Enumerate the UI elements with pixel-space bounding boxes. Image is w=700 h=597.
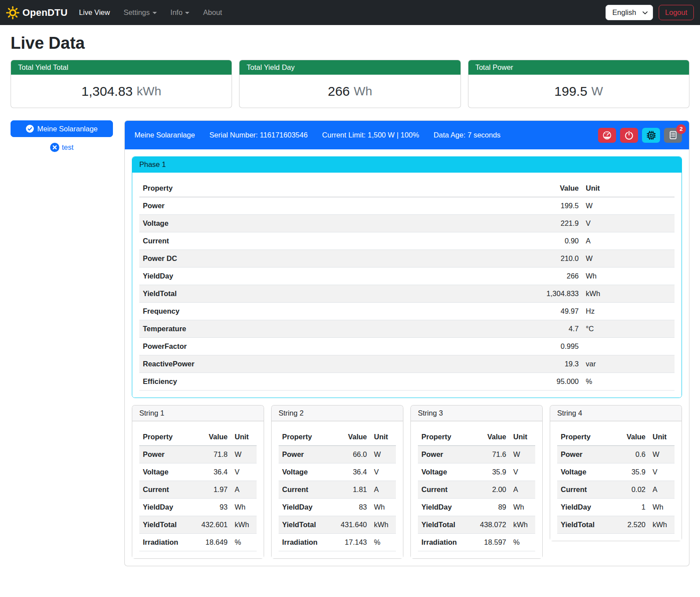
power-icon	[624, 130, 634, 140]
value-cell: 18.649	[191, 534, 231, 551]
unit-cell: V	[649, 463, 675, 481]
table-row: Power DC 210.0 W	[139, 250, 675, 268]
value-column-header: Value	[405, 180, 582, 197]
unit-cell: V	[370, 463, 396, 481]
summary-cards: Total Yield Total 1,304.83 kWh Total Yie…	[11, 60, 689, 108]
value-cell: 1	[613, 499, 649, 516]
string-table: Property Value Unit Power	[418, 428, 535, 551]
unit-cell: Wh	[231, 499, 257, 516]
summary-card-value: 266	[328, 84, 350, 99]
gauge-icon	[602, 130, 612, 140]
value-cell: 0.6	[613, 446, 649, 463]
unit-cell: %	[582, 373, 675, 391]
value-cell: 71.8	[191, 446, 231, 463]
property-cell: Efficiency	[139, 373, 405, 391]
nav-item-live-view[interactable]: Live View	[79, 8, 110, 17]
property-cell: YieldTotal	[139, 285, 405, 303]
inverter-name: Meine Solaranlage	[134, 131, 195, 139]
summary-card-title: Total Yield Day	[239, 60, 460, 75]
value-cell: 1.97	[191, 481, 231, 499]
logout-button[interactable]: Logout	[659, 5, 694, 20]
value-cell: 71.6	[469, 446, 510, 463]
value-cell: 35.9	[469, 463, 510, 481]
nav-item-about[interactable]: About	[203, 8, 222, 17]
unit-cell: V	[582, 215, 675, 232]
property-cell: Voltage	[557, 463, 613, 481]
property-cell: Power	[557, 446, 613, 463]
value-cell: 432.601	[191, 516, 231, 534]
summary-card-value: 1,304.83	[81, 84, 133, 99]
unit-cell: A	[510, 481, 535, 499]
table-row: YieldTotal 2.520 kWh	[557, 516, 675, 534]
table-row: PowerFactor 0.995	[139, 338, 675, 355]
summary-card-unit: Wh	[354, 84, 372, 98]
inverter-card-header: Meine Solaranlage Serial Number: 1161716…	[125, 121, 689, 149]
phase-panel: Phase 1 Property Value Unit	[132, 156, 682, 398]
inverter-link-test[interactable]: test	[11, 143, 113, 152]
unit-cell: kWh	[649, 516, 675, 534]
unit-cell: kWh	[582, 285, 675, 303]
property-cell: Irradiation	[418, 534, 469, 551]
value-cell: 438.072	[469, 516, 510, 534]
table-row: Current 2.00 A	[418, 481, 535, 499]
cpu-icon	[646, 130, 656, 140]
value-cell: 83	[330, 499, 370, 516]
table-row: Current 1.81 A	[279, 481, 396, 499]
property-cell: YieldDay	[279, 499, 330, 516]
unit-cell: var	[582, 355, 675, 373]
radio-info-button[interactable]	[642, 128, 660, 143]
table-row: Current 1.97 A	[139, 481, 257, 499]
property-cell: Frequency	[139, 303, 405, 320]
string-table: Property Value Unit Power	[279, 428, 396, 551]
string-panel-title: String 1	[132, 405, 264, 421]
value-cell: 4.7	[405, 320, 582, 338]
property-cell: ReactivePower	[139, 355, 405, 373]
event-log-button[interactable]: 2	[664, 128, 682, 143]
table-header-row: Property Value Unit	[418, 428, 535, 446]
inverter-card: Meine Solaranlage Serial Number: 1161716…	[124, 120, 689, 566]
table-row: Power 71.8 W	[139, 446, 257, 463]
inverter-limit: Current Limit: 1,500 W | 100%	[322, 131, 419, 139]
inverter-select-button[interactable]: Meine Solaranlage	[11, 120, 113, 137]
property-cell: YieldDay	[139, 499, 191, 516]
brand-link[interactable]: OpenDTU	[6, 6, 68, 19]
table-row: Power 66.0 W	[279, 446, 396, 463]
value-cell: 431.640	[330, 516, 370, 534]
summary-card-title: Total Power	[468, 60, 689, 75]
language-select[interactable]: English	[606, 5, 653, 20]
table-row: Voltage 35.9 V	[418, 463, 535, 481]
value-cell: 19.3	[405, 355, 582, 373]
inverter-data-age: Data Age: 7 seconds	[434, 131, 501, 139]
table-header-row: Property Value Unit	[279, 428, 396, 446]
property-cell: Current	[418, 481, 469, 499]
unit-cell: kWh	[370, 516, 396, 534]
value-cell: 0.90	[405, 232, 582, 250]
unit-cell: W	[370, 446, 396, 463]
unit-cell	[582, 338, 675, 355]
table-row: YieldDay 89 Wh	[418, 499, 535, 516]
table-row: Voltage 221.9 V	[139, 215, 675, 232]
strings-row: String 1 Property Value Unit	[132, 405, 682, 559]
value-cell: 95.000	[405, 373, 582, 391]
table-row: Current 0.02 A	[557, 481, 675, 499]
table-row: Irradiation 18.649 %	[139, 534, 257, 551]
property-cell: Power DC	[139, 250, 405, 268]
nav-item-settings[interactable]: Settings	[123, 8, 157, 17]
property-cell: YieldTotal	[139, 516, 191, 534]
unit-cell: %	[231, 534, 257, 551]
nav-item-info[interactable]: Info	[170, 8, 190, 17]
table-row: YieldTotal 438.072 kWh	[418, 516, 535, 534]
caret-down-icon	[152, 12, 157, 14]
table-row: ReactivePower 19.3 var	[139, 355, 675, 373]
property-cell: Current	[139, 481, 191, 499]
table-row: Irradiation 17.143 %	[279, 534, 396, 551]
property-cell: Current	[279, 481, 330, 499]
value-cell: 1.81	[330, 481, 370, 499]
value-cell: 221.9	[405, 215, 582, 232]
power-toggle-button[interactable]	[620, 128, 638, 143]
nav-links: Live View Settings Info About	[79, 8, 222, 17]
check-circle-icon	[26, 125, 34, 133]
property-cell: Voltage	[418, 463, 469, 481]
property-cell: Voltage	[139, 215, 405, 232]
limit-settings-button[interactable]	[598, 128, 616, 143]
